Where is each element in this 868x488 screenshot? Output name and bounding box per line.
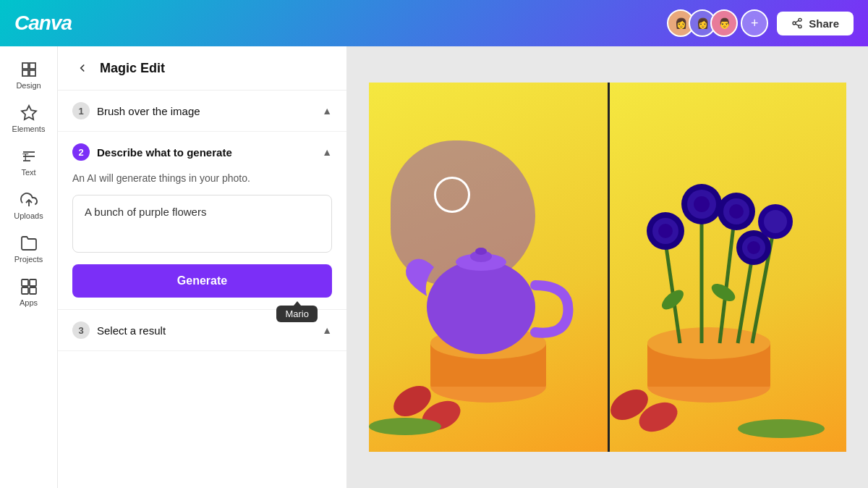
star-icon xyxy=(20,104,38,122)
svg-line-34 xyxy=(720,220,734,343)
step-2-header-left: 2 Describe what to generate xyxy=(72,143,232,161)
svg-line-4 xyxy=(796,20,799,22)
main-area: Design Elements T Text Uploads xyxy=(0,46,868,488)
svg-rect-6 xyxy=(30,63,35,69)
sidebar-item-text[interactable]: T Text xyxy=(3,142,55,182)
svg-rect-17 xyxy=(22,287,28,294)
step-3-chevron-icon: ▲ xyxy=(322,324,332,336)
svg-marker-9 xyxy=(22,106,36,119)
svg-point-1 xyxy=(793,22,796,25)
share-label: Share xyxy=(809,17,839,30)
sidebar-label-text: Text xyxy=(21,168,35,177)
panel-header: Magic Edit xyxy=(58,46,346,91)
app-header: Canva 👩 👩 👨 + Share xyxy=(0,0,868,46)
add-collaborator-button[interactable]: + xyxy=(741,9,768,37)
step-1-number: 1 xyxy=(72,102,90,119)
sidebar-item-uploads[interactable]: Uploads xyxy=(3,185,55,226)
generate-button[interactable]: Generate xyxy=(72,264,332,298)
text-icon: T xyxy=(20,148,38,165)
split-divider xyxy=(608,83,610,452)
svg-point-2 xyxy=(799,25,801,28)
apps-icon xyxy=(20,278,38,295)
step-2-header[interactable]: 2 Describe what to generate ▲ xyxy=(72,143,332,161)
svg-text:T: T xyxy=(22,151,29,163)
step-2-content: An AI will generate things in your photo… xyxy=(72,171,332,298)
svg-rect-18 xyxy=(30,287,36,294)
share-icon xyxy=(791,17,803,29)
svg-rect-15 xyxy=(22,279,28,286)
step-2-chevron-icon: ▲ xyxy=(322,146,332,158)
canva-logo: Canva xyxy=(14,12,72,35)
svg-point-41 xyxy=(658,224,673,238)
sidebar-item-projects[interactable]: Projects xyxy=(3,229,55,269)
svg-rect-7 xyxy=(22,70,28,76)
sidebar-label-design: Design xyxy=(16,81,41,90)
svg-point-52 xyxy=(764,210,787,233)
step-3: 3 Select a result ▲ xyxy=(58,310,346,351)
folder-icon xyxy=(20,235,38,252)
generate-description-input[interactable]: A bunch of purple flowers xyxy=(72,195,332,253)
upload-icon xyxy=(20,191,38,209)
canvas-area xyxy=(347,46,868,488)
split-container xyxy=(369,83,846,452)
sidebar-label-projects: Projects xyxy=(14,255,43,264)
step-2-label: Describe what to generate xyxy=(97,146,232,159)
step-2-description: An AI will generate things in your photo… xyxy=(72,171,332,186)
header-right: 👩 👩 👨 + Share xyxy=(667,9,854,37)
svg-point-44 xyxy=(694,196,710,212)
flowers-scene xyxy=(608,83,846,452)
step-1: 1 Brush over the image ▲ xyxy=(58,91,346,132)
back-icon xyxy=(76,62,89,75)
sidebar-item-apps[interactable]: Apps xyxy=(3,272,55,313)
avatar-3: 👨 xyxy=(710,9,738,37)
sidebar-icons: Design Elements T Text Uploads xyxy=(0,46,58,488)
back-button[interactable] xyxy=(72,58,93,78)
svg-point-47 xyxy=(729,204,744,219)
image-after xyxy=(608,83,846,452)
collaborators-avatars: 👩 👩 👨 + xyxy=(667,9,768,37)
svg-line-3 xyxy=(796,24,799,26)
svg-line-35 xyxy=(738,256,752,343)
step-1-header-left: 1 Brush over the image xyxy=(72,102,200,119)
svg-point-55 xyxy=(738,419,825,438)
step-1-chevron-icon: ▲ xyxy=(322,105,332,117)
sidebar-label-apps: Apps xyxy=(20,298,38,307)
generate-btn-wrapper: Generate Mario xyxy=(72,256,332,298)
image-before xyxy=(369,83,608,452)
svg-rect-16 xyxy=(30,279,36,286)
panel-title: Magic Edit xyxy=(100,61,165,76)
step-3-number: 3 xyxy=(72,321,90,339)
sidebar-label-uploads: Uploads xyxy=(14,211,43,220)
svg-point-0 xyxy=(799,18,801,21)
svg-rect-5 xyxy=(22,63,28,69)
sidebar-label-elements: Elements xyxy=(12,125,46,133)
step-2-number: 2 xyxy=(72,143,90,161)
svg-rect-8 xyxy=(30,70,35,76)
step-3-label: Select a result xyxy=(97,324,166,337)
svg-point-50 xyxy=(747,241,760,254)
svg-point-28 xyxy=(369,418,441,435)
step-1-header[interactable]: 1 Brush over the image ▲ xyxy=(72,102,332,119)
step-2: 2 Describe what to generate ▲ An AI will… xyxy=(58,132,346,310)
magic-edit-panel: Magic Edit 1 Brush over the image ▲ 2 De… xyxy=(58,46,347,488)
teapot-scene xyxy=(369,83,608,452)
svg-point-25 xyxy=(475,248,487,255)
step-3-header-left: 3 Select a result xyxy=(72,321,166,339)
step-3-header[interactable]: 3 Select a result ▲ xyxy=(72,321,332,339)
svg-point-22 xyxy=(427,260,535,354)
sidebar-item-design[interactable]: Design xyxy=(3,55,55,96)
svg-point-31 xyxy=(647,327,770,359)
share-button[interactable]: Share xyxy=(777,12,854,35)
canvas-image xyxy=(369,83,846,452)
grid-icon xyxy=(20,61,38,78)
sidebar-item-elements[interactable]: Elements xyxy=(3,98,55,139)
step-1-label: Brush over the image xyxy=(97,105,200,117)
